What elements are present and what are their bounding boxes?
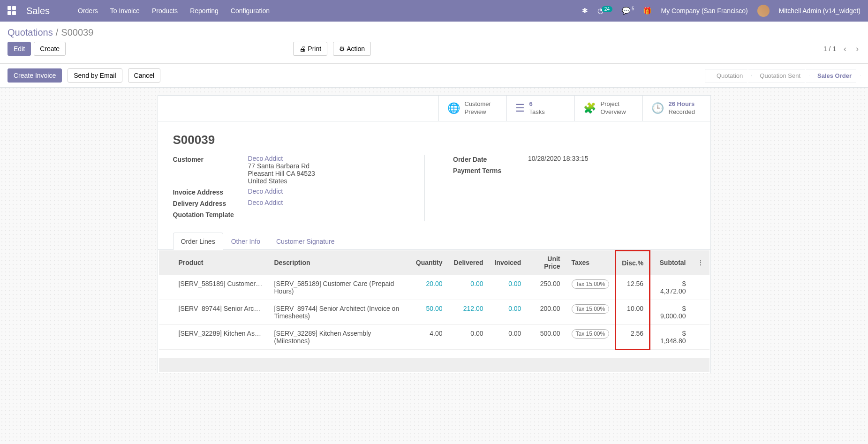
clock-stat-icon: 🕒 bbox=[651, 102, 664, 114]
customer-label: Customer bbox=[173, 155, 248, 163]
payment-terms-label: Payment Terms bbox=[453, 166, 528, 174]
nav-to-invoice[interactable]: To Invoice bbox=[110, 7, 140, 15]
col-quantity[interactable]: Quantity bbox=[410, 250, 448, 275]
breadcrumb: Quotations/S00039 bbox=[8, 27, 860, 38]
order-lines-table: Product Description Quantity Delivered I… bbox=[159, 250, 709, 351]
gift-icon[interactable]: 🎁 bbox=[643, 7, 652, 15]
table-row[interactable]: [SERV_89744] Senior Archit...[SERV_89744… bbox=[159, 300, 709, 325]
customer-addr3: United States bbox=[248, 177, 287, 185]
nav-reporting[interactable]: Reporting bbox=[190, 7, 219, 15]
status-steps: Quotation Quotation Sent Sales Order bbox=[705, 69, 860, 83]
gear-icon: ⚙ bbox=[339, 45, 347, 53]
send-email-button[interactable]: Send by Email bbox=[68, 68, 122, 83]
cell-description: [SERV_32289] Kitchen Assembly (Milestone… bbox=[269, 325, 410, 350]
tasks-icon: ☰ bbox=[515, 102, 525, 114]
cell-taxes: Tax 15.00% bbox=[566, 325, 616, 350]
tab-customer-signature[interactable]: Customer Signature bbox=[268, 233, 343, 250]
customer-addr1: 77 Santa Barbara Rd bbox=[248, 162, 310, 170]
cell-quantity: 20.00 bbox=[410, 275, 448, 300]
tab-order-lines[interactable]: Order Lines bbox=[173, 233, 223, 250]
create-invoice-button[interactable]: Create Invoice bbox=[8, 68, 62, 83]
pager-prev[interactable]: ‹ bbox=[842, 44, 848, 54]
cell-description: [SERV_585189] Customer Care (Prepaid Hou… bbox=[269, 275, 410, 300]
step-sales-order[interactable]: Sales Order bbox=[806, 69, 860, 83]
print-icon: 🖨 bbox=[299, 45, 308, 53]
cell-disc: 2.56 bbox=[616, 325, 650, 350]
cell-unit-price: 200.00 bbox=[527, 300, 566, 325]
action-button[interactable]: ⚙ Action bbox=[333, 42, 371, 56]
col-unit-price[interactable]: Unit Price bbox=[527, 250, 566, 275]
quote-tmpl-label: Quotation Template bbox=[173, 210, 248, 218]
step-quotation-sent[interactable]: Quotation Sent bbox=[748, 69, 809, 83]
form-view: 🌐 CustomerPreview ☰ 6Tasks 🧩 ProjectOver… bbox=[158, 95, 711, 373]
customer-preview-button[interactable]: 🌐 CustomerPreview bbox=[438, 96, 506, 121]
stat-buttons: 🌐 CustomerPreview ☰ 6Tasks 🧩 ProjectOver… bbox=[158, 96, 710, 121]
breadcrumb-bar: Quotations/S00039 Edit Create 🖨 Print ⚙ … bbox=[0, 22, 868, 64]
breadcrumb-current: S00039 bbox=[61, 27, 93, 38]
step-quotation[interactable]: Quotation bbox=[705, 69, 752, 83]
cell-unit-price: 500.00 bbox=[527, 325, 566, 350]
cell-invoiced: 0.00 bbox=[489, 275, 527, 300]
col-taxes[interactable]: Taxes bbox=[566, 250, 616, 275]
company-selector[interactable]: My Company (San Francisco) bbox=[661, 7, 748, 15]
cell-subtotal: $ 9,000.00 bbox=[650, 300, 692, 325]
cell-delivered: 0.00 bbox=[448, 275, 489, 300]
record-title: S00039 bbox=[158, 121, 710, 155]
table-menu-icon[interactable]: ⋮ bbox=[697, 259, 704, 266]
cell-quantity: 4.00 bbox=[410, 325, 448, 350]
nav-configuration[interactable]: Configuration bbox=[231, 7, 270, 15]
customer-addr2: Pleasant Hill CA 94523 bbox=[248, 170, 315, 177]
create-button[interactable]: Create bbox=[34, 42, 66, 56]
edit-button[interactable]: Edit bbox=[8, 42, 31, 56]
bug-icon[interactable]: ✱ bbox=[582, 7, 588, 15]
clock-badge: 24 bbox=[602, 6, 612, 12]
cell-invoiced: 0.00 bbox=[489, 325, 527, 350]
print-button[interactable]: 🖨 Print bbox=[293, 42, 327, 56]
col-description[interactable]: Description bbox=[269, 250, 410, 275]
cell-subtotal: $ 4,372.00 bbox=[650, 275, 692, 300]
nav-products[interactable]: Products bbox=[152, 7, 178, 15]
cell-product: [SERV_32289] Kitchen Ass... bbox=[173, 325, 269, 350]
app-brand[interactable]: Sales bbox=[26, 6, 50, 16]
table-row[interactable]: [SERV_585189] Customer ...[SERV_585189] … bbox=[159, 275, 709, 300]
user-menu[interactable]: Mitchell Admin (v14_widget) bbox=[779, 7, 860, 15]
globe-icon: 🌐 bbox=[447, 102, 460, 114]
order-date-value: 10/28/2020 18:33:15 bbox=[528, 155, 695, 162]
delivery-addr-link[interactable]: Deco Addict bbox=[248, 199, 283, 206]
invoice-addr-link[interactable]: Deco Addict bbox=[248, 188, 283, 195]
record-fields: Customer Deco Addict 77 Santa Barbara Rd… bbox=[158, 155, 710, 233]
tasks-button[interactable]: ☰ 6Tasks bbox=[506, 96, 574, 121]
cell-product: [SERV_89744] Senior Archit... bbox=[173, 300, 269, 325]
pager-text: 1 / 1 bbox=[823, 45, 836, 53]
project-overview-button[interactable]: 🧩 ProjectOverview bbox=[574, 96, 642, 121]
cell-disc: 12.56 bbox=[616, 275, 650, 300]
col-invoiced[interactable]: Invoiced bbox=[489, 250, 527, 275]
cell-delivered: 212.00 bbox=[448, 300, 489, 325]
chat-badge: 5 bbox=[632, 6, 634, 11]
cancel-button[interactable]: Cancel bbox=[128, 68, 161, 83]
chat-icon[interactable]: 💬5 bbox=[622, 7, 634, 15]
nav-orders[interactable]: Orders bbox=[78, 7, 98, 15]
cell-product: [SERV_585189] Customer ... bbox=[173, 275, 269, 300]
cell-quantity: 50.00 bbox=[410, 300, 448, 325]
cell-delivered: 0.00 bbox=[448, 325, 489, 350]
nav-menu: Orders To Invoice Products Reporting Con… bbox=[78, 7, 270, 15]
cell-subtotal: $ 1,948.80 bbox=[650, 325, 692, 350]
col-disc[interactable]: Disc.% bbox=[616, 250, 650, 275]
col-subtotal[interactable]: Subtotal bbox=[650, 250, 692, 275]
hours-recorded-button[interactable]: 🕒 26 HoursRecorded bbox=[642, 96, 710, 121]
user-avatar[interactable] bbox=[757, 5, 770, 17]
table-row[interactable]: [SERV_32289] Kitchen Ass...[SERV_32289] … bbox=[159, 325, 709, 350]
col-product[interactable]: Product bbox=[173, 250, 269, 275]
col-delivered[interactable]: Delivered bbox=[448, 250, 489, 275]
cell-invoiced: 0.00 bbox=[489, 300, 527, 325]
breadcrumb-parent[interactable]: Quotations bbox=[8, 27, 53, 38]
cell-disc: 10.00 bbox=[616, 300, 650, 325]
clock-icon[interactable]: ◔24 bbox=[597, 7, 612, 15]
customer-link[interactable]: Deco Addict bbox=[248, 155, 283, 162]
pager-next[interactable]: › bbox=[854, 44, 860, 54]
tab-other-info[interactable]: Other Info bbox=[223, 233, 268, 250]
pager: 1 / 1 ‹ › bbox=[823, 44, 860, 54]
cell-description: [SERV_89744] Senior Architect (Invoice o… bbox=[269, 300, 410, 325]
apps-icon[interactable] bbox=[8, 6, 17, 15]
